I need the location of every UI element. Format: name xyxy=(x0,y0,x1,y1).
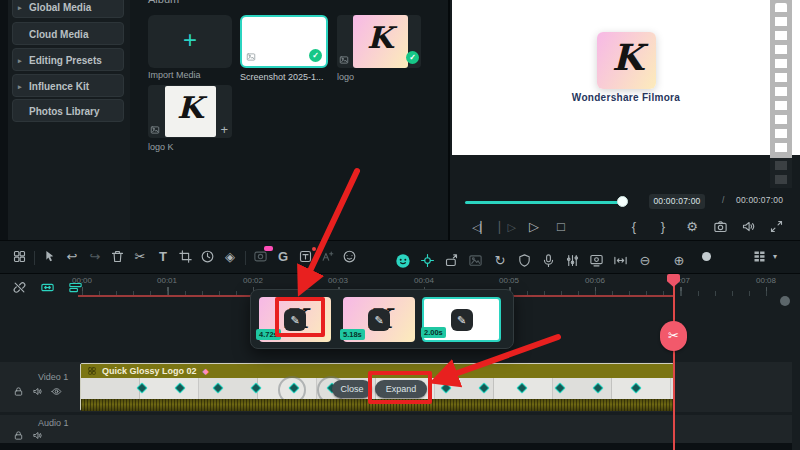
fit-timeline-button[interactable] xyxy=(613,253,628,269)
redo-button[interactable]: ↪ xyxy=(87,249,103,265)
edit-pencil-icon[interactable]: ✎ xyxy=(451,309,473,331)
delete-button[interactable] xyxy=(110,249,125,265)
volume-button[interactable] xyxy=(741,219,756,235)
eye-icon xyxy=(51,386,62,397)
zoom-out-button[interactable]: ⊖ xyxy=(637,253,653,269)
media-view-button[interactable] xyxy=(12,249,27,265)
edit-pencil-icon[interactable]: ✎ xyxy=(368,309,390,331)
mark-in-button[interactable]: { xyxy=(626,219,642,235)
keyframe-marker[interactable] xyxy=(136,382,147,393)
filmstrip-graphic-lower xyxy=(770,158,792,188)
mask-button[interactable] xyxy=(253,249,268,265)
text-tool-button[interactable]: T xyxy=(155,249,171,265)
media-tile-logo[interactable]: K ✓ xyxy=(337,15,421,68)
mixer-icon xyxy=(565,253,580,268)
timeline-scrollbar-thumb[interactable] xyxy=(780,296,790,306)
auto-ripple-button[interactable] xyxy=(40,280,55,296)
media-tile-logo-k[interactable]: K + xyxy=(148,85,232,138)
lock-icon xyxy=(13,386,24,397)
ai-text-button[interactable] xyxy=(320,249,335,265)
sidebar-item-influence-kit[interactable]: ▸ Influence Kit xyxy=(12,74,124,97)
import-media-tile[interactable]: + xyxy=(148,15,232,68)
record-voiceover-button[interactable] xyxy=(541,253,556,269)
play-button[interactable]: ▷ xyxy=(526,219,542,235)
keyframe-button[interactable]: ◈ xyxy=(222,249,238,265)
text-template-button[interactable] xyxy=(298,249,313,265)
select-tool-button[interactable] xyxy=(42,249,57,265)
sidebar-item-editing-presets[interactable]: ▸ Editing Presets xyxy=(12,48,124,71)
speaker-icon xyxy=(32,386,43,397)
keyframe-marker[interactable] xyxy=(440,382,451,393)
mute-track-button[interactable] xyxy=(32,430,43,446)
keyframe-marker[interactable] xyxy=(630,382,641,393)
playback-settings-button[interactable]: ⚙ xyxy=(684,219,700,235)
play-backward-button[interactable]: ▏▷ xyxy=(499,219,515,235)
stop-button[interactable]: □ xyxy=(553,219,569,235)
clock-icon xyxy=(200,249,215,264)
previous-frame-button[interactable]: ◁▏ xyxy=(472,219,488,235)
notification-dot xyxy=(312,247,316,251)
lock-track-button[interactable] xyxy=(13,386,24,402)
ruler-label: 00:02 xyxy=(237,276,269,285)
seek-knob[interactable] xyxy=(617,196,628,207)
segment-duration-badge: 5.18s xyxy=(340,329,365,340)
ai-paint-button[interactable] xyxy=(342,249,357,265)
track-manager-button[interactable] xyxy=(752,249,767,265)
close-button[interactable]: Close xyxy=(332,380,372,398)
unlink-clips-button[interactable] xyxy=(12,280,27,296)
speed-button[interactable] xyxy=(200,249,215,265)
motion-tracking-button[interactable] xyxy=(420,253,435,269)
plus-icon: + xyxy=(148,26,232,54)
sidebar-item-cloud-media[interactable]: Cloud Media xyxy=(12,22,124,45)
segment-thumbnail-3-selected[interactable]: ✎ 2.00s xyxy=(422,297,501,342)
keyframe-marker[interactable] xyxy=(250,382,261,393)
media-section-label: Album xyxy=(148,0,179,5)
audio-mixer-button[interactable] xyxy=(565,253,580,269)
shield-icon xyxy=(517,253,532,268)
mark-out-button[interactable]: } xyxy=(655,219,671,235)
add-to-timeline-icon[interactable]: + xyxy=(220,122,228,137)
keyframe-marker[interactable] xyxy=(554,382,565,393)
ai-audio-button[interactable]: G xyxy=(275,249,291,265)
export-clip-button[interactable] xyxy=(444,253,459,269)
k-logo-glyph: K xyxy=(367,23,393,53)
chevron-down-icon[interactable]: ▾ xyxy=(771,249,779,265)
media-tile-label: logo K xyxy=(148,142,174,152)
keyframe-marker[interactable] xyxy=(592,382,603,393)
media-tile-screenshot[interactable]: ✓ xyxy=(240,15,328,68)
keyframe-marker[interactable] xyxy=(212,382,223,393)
current-timecode[interactable]: 00:00:07:00 xyxy=(649,194,705,209)
segment-thumbnail-2[interactable]: K ✎ 5.18s xyxy=(343,297,415,342)
ai-stickers-button[interactable] xyxy=(395,253,411,269)
keyframe-marker[interactable] xyxy=(516,382,527,393)
keyframe-marker[interactable] xyxy=(478,382,489,393)
segment-duration-badge: 2.00s xyxy=(421,327,446,338)
split-button[interactable]: ✂ xyxy=(132,249,148,265)
zoom-slider-knob[interactable] xyxy=(702,252,711,261)
plugin-button[interactable] xyxy=(517,253,532,269)
toggle-visibility-button[interactable] xyxy=(51,386,62,402)
screen-record-icon xyxy=(589,253,604,268)
snapshot-button[interactable] xyxy=(713,219,728,235)
crop-button[interactable] xyxy=(178,249,193,265)
preview-viewer: K Wondershare Filmora xyxy=(452,0,800,155)
zoom-in-button[interactable]: ⊕ xyxy=(671,253,687,269)
k-logo-glyph: K xyxy=(612,39,643,75)
image-button[interactable] xyxy=(468,253,483,269)
sidebar-item-global-media[interactable]: ▸ Global Media xyxy=(12,0,124,18)
playhead-line[interactable] xyxy=(673,274,675,450)
keyframe-marker[interactable] xyxy=(174,382,185,393)
screen-record-button[interactable] xyxy=(589,253,604,269)
undo-button[interactable]: ↩ xyxy=(64,249,80,265)
speaker-icon xyxy=(32,430,43,441)
new-feature-badge xyxy=(264,246,273,251)
split-scissors-badge[interactable]: ✂ xyxy=(660,321,687,351)
mute-track-button[interactable] xyxy=(32,386,43,402)
fullscreen-button[interactable] xyxy=(769,219,784,235)
speed-ramp-button[interactable]: ↻ xyxy=(492,253,508,269)
seek-bar[interactable] xyxy=(465,201,625,204)
ripple-edit-icon xyxy=(40,280,55,295)
lock-track-button[interactable] xyxy=(13,430,24,446)
sidebar-item-photos-library[interactable]: Photos Library xyxy=(12,99,124,122)
scissors-icon: ✂ xyxy=(668,328,679,343)
